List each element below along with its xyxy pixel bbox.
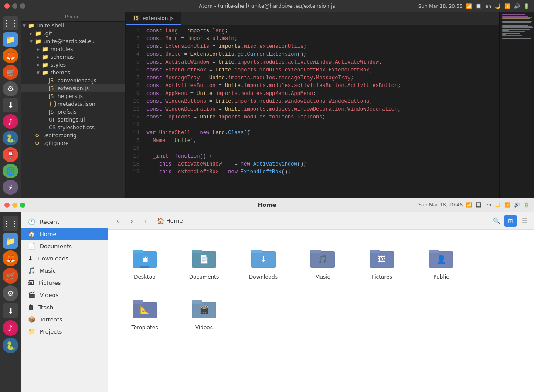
tab-bar: JS extension.js <box>126 12 499 25</box>
unity-python-icon[interactable]: 🐍 <box>3 131 18 145</box>
nav-item-recent[interactable]: 🕐 Recent <box>21 216 108 228</box>
nav-item-pictures[interactable]: 🖼 Pictures <box>21 277 108 289</box>
tree-item-git[interactable]: ▶ 📁 .git <box>21 30 125 37</box>
files-unity-dl-icon[interactable]: ⬇ <box>3 303 18 318</box>
nav-item-projects[interactable]: 📁 Projects <box>21 325 108 338</box>
nav-item-downloads[interactable]: ⬇ Downloads <box>21 252 108 264</box>
status-icon-2: 🔲 <box>476 3 482 9</box>
files-main: ‹ › ↑ 🏠 Home 🔍 ⊞ ☰ <box>108 212 534 392</box>
unity-mail-icon[interactable]: 📮 <box>3 147 18 162</box>
tree-label: modules <box>51 46 73 52</box>
view-grid-button[interactable]: ⊞ <box>504 215 517 227</box>
folder-icon: 📁 <box>42 54 49 60</box>
tree-label: helpers.js <box>58 93 83 99</box>
folder-videos[interactable]: 🎬 Videos <box>178 291 230 334</box>
unity-firefox-icon[interactable]: 🦊 <box>3 48 18 63</box>
tree-item-prefs[interactable]: JS prefs.js <box>21 108 125 116</box>
tree-item-settings[interactable]: UI settings.ui <box>21 116 125 124</box>
tree-item-stylesheet[interactable]: CS stylesheet.css <box>21 124 125 132</box>
search-button[interactable]: 🔍 <box>490 215 503 227</box>
tree-item-schemas[interactable]: ▶ 📁 schemas <box>21 53 125 61</box>
files-unity-firefox-icon[interactable]: 🦊 <box>3 250 18 266</box>
unity-store-icon[interactable]: 🛒 <box>3 65 18 80</box>
folder-templates[interactable]: 📐 Templates <box>119 291 171 334</box>
unity-atom-icon[interactable]: ⚡ <box>3 180 18 195</box>
files-title: Home <box>258 202 276 208</box>
files-min-button[interactable] <box>12 203 17 208</box>
home-icon: 🏠 <box>28 230 35 237</box>
svg-text:📄: 📄 <box>199 254 209 264</box>
nav-item-home[interactable]: 🏠 Home <box>21 228 108 240</box>
back-button[interactable]: ‹ <box>112 215 124 227</box>
status-icon-1: 📶 <box>466 3 472 9</box>
folder-documents[interactable]: 📄 Documents <box>178 240 230 284</box>
files-status-icon2: 🔲 <box>476 202 482 208</box>
code-area[interactable]: 12345 678910 1112131415 16171819 const L… <box>126 25 499 198</box>
atom-status-bar: Sun Mar 18, 20:55 📶 🔲 en 🌙 📶 🔊 🔋 <box>418 3 530 9</box>
folder-music[interactable]: 🎵 Music <box>296 240 349 284</box>
unity-gnome-icon[interactable]: 🌀 <box>3 164 18 179</box>
tab-extension-js[interactable]: JS extension.js <box>126 12 181 25</box>
status-lang: en <box>485 3 491 9</box>
tree-item-convenience[interactable]: JS convenience.js <box>21 77 125 84</box>
folder-desktop[interactable]: 🖥 Desktop <box>119 240 171 284</box>
folder-pictures[interactable]: 🖼 Pictures <box>356 240 408 284</box>
atom-other2-button[interactable] <box>20 3 25 9</box>
tree-item-modules[interactable]: ▶ 📁 modules <box>21 45 125 53</box>
files-window: Home Sun Mar 18, 20:46 📶 🔲 en 🌙 📶 🔊 🔋 ⋮⋮… <box>0 198 534 392</box>
files-unity-sidebar: ⋮⋮ 📁 🦊 🛒 ⚙ ⬇ ♪ 🐍 <box>0 212 21 392</box>
files-close-button[interactable] <box>4 203 10 208</box>
files-lang: en <box>485 202 491 208</box>
atom-other-button[interactable] <box>12 3 17 9</box>
files-max-button[interactable] <box>20 203 25 208</box>
tree-item-unite-shell[interactable]: ▼ 📁 unite-shell <box>21 22 125 30</box>
js-file-icon: JS <box>49 78 56 84</box>
tree-item-editorconfig[interactable]: ⚙ .editorconfig <box>21 132 125 139</box>
svg-text:📐: 📐 <box>140 305 150 314</box>
menu-button[interactable]: ☰ <box>518 215 531 227</box>
tree-item-metadata[interactable]: { } metadata.json <box>21 100 125 108</box>
tree-item-helpers[interactable]: JS helpers.js <box>21 92 125 100</box>
public-folder-icon: 👤 <box>427 243 455 271</box>
files-status-icon3: 🌙 <box>495 202 501 208</box>
folder-public[interactable]: 👤 Public <box>415 240 467 284</box>
status-icon-3: 🌙 <box>495 3 501 9</box>
nav-item-videos[interactable]: 🎬 Videos <box>21 289 108 301</box>
nav-item-music[interactable]: 🎵 Music <box>21 264 108 277</box>
tree-item-styles[interactable]: ▶ 📁 styles <box>21 61 125 69</box>
code-line: const ActivateWindow = Unite.imports.mod… <box>146 58 496 66</box>
atom-titlebar: Atom - (unite-shell) unite@hardpixel.eu/… <box>0 0 534 12</box>
unity-apps-icon[interactable]: ⋮⋮ <box>3 16 18 30</box>
nav-item-documents[interactable]: 📄 Documents <box>21 240 108 252</box>
files-unity-store-icon[interactable]: 🛒 <box>3 268 18 284</box>
folder-icon: 📁 <box>42 46 49 52</box>
files-unity-settings-icon[interactable]: ⚙ <box>3 285 18 301</box>
parent-button[interactable]: ↑ <box>139 215 152 227</box>
tree-item-extension[interactable]: JS extension.js <box>21 84 125 92</box>
unity-music-icon[interactable]: ♪ <box>3 114 18 129</box>
folder-downloads[interactable]: ↓ Downloads <box>237 240 289 284</box>
code-content[interactable]: const Lang = imports.lang; const Main = … <box>143 25 499 198</box>
atom-close-button[interactable] <box>4 3 10 9</box>
code-line: this._extendLeftBox = new ExtendLeftBox(… <box>146 168 496 176</box>
files-unity-files-icon[interactable]: 📁 <box>3 233 18 249</box>
tree-item-unite[interactable]: ▼ 📁 unite@hardpixel.eu <box>21 37 125 45</box>
tree-label: unite-shell <box>37 23 64 29</box>
tree-item-gitignore[interactable]: ⚙ .gitignore <box>21 139 125 147</box>
folder-label-documents: Documents <box>189 274 219 280</box>
unity-downloads-icon[interactable]: ⬇ <box>3 98 18 113</box>
projects-icon: 📁 <box>28 328 35 335</box>
project-header: Project <box>21 12 125 22</box>
unity-files-icon[interactable]: 📁 <box>3 32 18 47</box>
code-line: const ExtensionUtils = imports.misc.exte… <box>146 43 496 51</box>
nav-item-trash[interactable]: 🗑 Trash <box>21 301 108 313</box>
unity-settings-icon[interactable]: ⚙ <box>3 81 18 96</box>
files-unity-music-icon[interactable]: ♪ <box>3 320 18 336</box>
minimap <box>499 12 534 198</box>
nav-item-torrents[interactable]: 📦 Torrents <box>21 313 108 325</box>
tree-item-themes[interactable]: ▼ 📁 themes <box>21 69 125 77</box>
forward-button[interactable]: › <box>126 215 138 227</box>
code-line: const TopIcons = Unite.imports.modules.t… <box>146 113 496 121</box>
files-unity-apps-icon[interactable]: ⋮⋮ <box>3 216 18 231</box>
files-unity-python-icon[interactable]: 🐍 <box>3 338 18 353</box>
